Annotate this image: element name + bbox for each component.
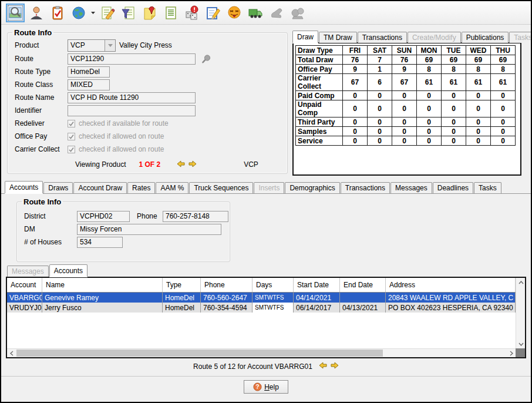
tab-truck-sequences[interactable]: Truck Sequences	[189, 182, 253, 193]
draw-value-cell: 0	[343, 127, 368, 136]
draw-value-cell: 69	[466, 55, 491, 65]
draw-table: Draw TypeFRISATSUNMONTUEWEDTHUTotal Draw…	[295, 45, 516, 146]
carrier-collect-label: Carrier Collect	[15, 145, 68, 153]
tab-demographics[interactable]: Demographics	[285, 182, 339, 193]
draw-row: Third Party0000000	[296, 117, 516, 127]
route-class-field[interactable]: MIXED	[68, 79, 110, 90]
draw-value-cell: 0	[466, 136, 491, 146]
draw-value-cell: 0	[368, 117, 392, 127]
zoom-image-icon[interactable]	[6, 4, 25, 22]
route-search-icon[interactable]	[201, 54, 211, 64]
product-combobox[interactable]: VCP	[68, 39, 116, 52]
district-field[interactable]: VCPHD02	[77, 211, 130, 222]
draw-col-header: SUN	[392, 46, 417, 55]
tab-messages[interactable]: Messages	[390, 182, 432, 193]
tab-tasks[interactable]: Tasks	[474, 182, 501, 193]
accounts-col-header-end-date[interactable]: End Date	[340, 278, 386, 292]
notepad-pencil-icon[interactable]	[204, 4, 223, 22]
office-pay-checkbox[interactable]	[68, 133, 75, 140]
draw-value-cell: 8	[442, 65, 466, 74]
phone-label: Phone	[137, 212, 163, 220]
accounts-col-header-address[interactable]: Address	[386, 278, 516, 292]
tab-deadlines[interactable]: Deadlines	[433, 182, 473, 193]
district-label: District	[24, 212, 77, 220]
draw-tab-publications[interactable]: Publications	[462, 32, 509, 43]
list-document-icon[interactable]	[161, 4, 180, 22]
dice-alert-icon[interactable]	[183, 4, 201, 22]
account-cell: 20843 WAALEW RD APPLE VALLEY, C	[386, 293, 516, 303]
draw-value-cell: 9	[392, 65, 417, 74]
combo-dropdown-icon[interactable]	[105, 40, 115, 51]
accounts-col-header-name[interactable]: Name	[42, 278, 163, 292]
subtab-accounts[interactable]: Accounts	[49, 264, 87, 277]
draw-tab-transactions[interactable]: Transactions	[358, 32, 407, 43]
draw-tab-draw[interactable]: Draw	[292, 31, 318, 43]
carrier-collect-checkbox[interactable]	[68, 146, 75, 153]
tab-account-draw[interactable]: Account Draw	[73, 182, 127, 193]
route-type-field[interactable]: HomeDel	[68, 66, 110, 78]
scroll-left-icon[interactable]	[7, 349, 16, 358]
draw-row: Samples0000000	[296, 127, 516, 136]
draw-tab-tm-draw[interactable]: TM Draw	[319, 32, 357, 43]
tongue-face-icon[interactable]	[225, 4, 244, 22]
draw-type-cell: Third Party	[296, 117, 343, 127]
filter-document-icon[interactable]	[119, 4, 138, 22]
tab-inserts: Inserts	[254, 182, 284, 193]
pinned-note-icon[interactable]	[140, 4, 159, 22]
accounts-col-header-start-date[interactable]: Start Date	[294, 278, 340, 292]
draw-value-cell: 0	[392, 136, 417, 146]
route-name-field[interactable]: VCP HD Route 11290	[68, 92, 196, 103]
account-cell: 760-354-4594	[201, 303, 252, 313]
horizontal-scrollbar-thumb[interactable]	[16, 350, 383, 357]
draw-tab-create-modify: Create/Modify	[408, 32, 461, 43]
redeliver-checkbox[interactable]	[68, 120, 75, 127]
houses-field[interactable]: 534	[77, 237, 123, 248]
delivery-truck-icon[interactable]	[246, 4, 265, 22]
draw-value-cell: 69	[417, 55, 442, 65]
viewing-product-value: VCP	[244, 160, 258, 169]
account-row[interactable]: VRUDYJ01Jerry FuscoHomeDel760-354-4594SM…	[7, 303, 516, 313]
clipboard-check-icon[interactable]	[48, 4, 67, 22]
route-field[interactable]: VCP11290	[68, 53, 196, 65]
draw-col-header: Draw Type	[296, 46, 343, 55]
draw-value-cell: 0	[343, 100, 368, 117]
accounts-col-header-account[interactable]: Account	[7, 278, 42, 292]
tab-transactions[interactable]: Transactions	[341, 182, 390, 193]
account-row[interactable]: VBARRG01Genevive RameyHomeDel760-560-264…	[7, 293, 516, 303]
route-prev-icon[interactable]	[319, 362, 327, 371]
draw-value-cell: 61	[417, 74, 442, 91]
scroll-up-icon[interactable]	[516, 278, 526, 287]
dm-field[interactable]: Missy Forcen	[77, 224, 221, 235]
draw-col-header: WED	[466, 46, 491, 55]
viewing-next-icon[interactable]	[188, 160, 197, 169]
help-icon: ?	[253, 382, 262, 391]
tab-accounts[interactable]: Accounts	[5, 181, 43, 193]
accounts-col-header-phone[interactable]: Phone	[201, 278, 252, 292]
vertical-scrollbar[interactable]	[516, 278, 525, 348]
tab-rates[interactable]: Rates	[127, 182, 155, 193]
globe-dropdown-caret[interactable]	[91, 12, 95, 14]
route-next-icon[interactable]	[331, 362, 339, 371]
person-icon[interactable]	[27, 4, 46, 22]
draw-value-cell: 0	[417, 100, 442, 117]
svg-text:?: ?	[256, 384, 260, 390]
edit-document-icon[interactable]	[98, 4, 117, 22]
globe-icon[interactable]	[69, 4, 88, 22]
scroll-down-icon[interactable]	[516, 340, 526, 348]
main-tabbar: AccountsDrawsAccount DrawRatesAAM %Truck…	[5, 181, 502, 193]
scroll-right-icon[interactable]	[507, 349, 516, 358]
accounts-col-header-days[interactable]: Days	[252, 278, 294, 292]
viewing-product-label: Viewing Product	[75, 160, 126, 169]
accounts-col-header-type[interactable]: Type	[163, 278, 201, 292]
subtab-messages: Messages	[7, 266, 49, 277]
draw-value-cell: 7	[368, 55, 392, 65]
tab-aam-[interactable]: AAM %	[156, 182, 188, 193]
help-button[interactable]: ? Help	[244, 380, 288, 394]
viewing-prev-icon[interactable]	[177, 160, 185, 169]
tab-draws[interactable]: Draws	[43, 182, 73, 193]
phone-field[interactable]: 760-257-8148	[163, 211, 228, 222]
tab-content-divider	[1, 193, 531, 194]
draw-col-header: TUE	[442, 46, 466, 55]
horizontal-scrollbar[interactable]	[7, 348, 516, 357]
identifier-field[interactable]	[68, 105, 196, 116]
